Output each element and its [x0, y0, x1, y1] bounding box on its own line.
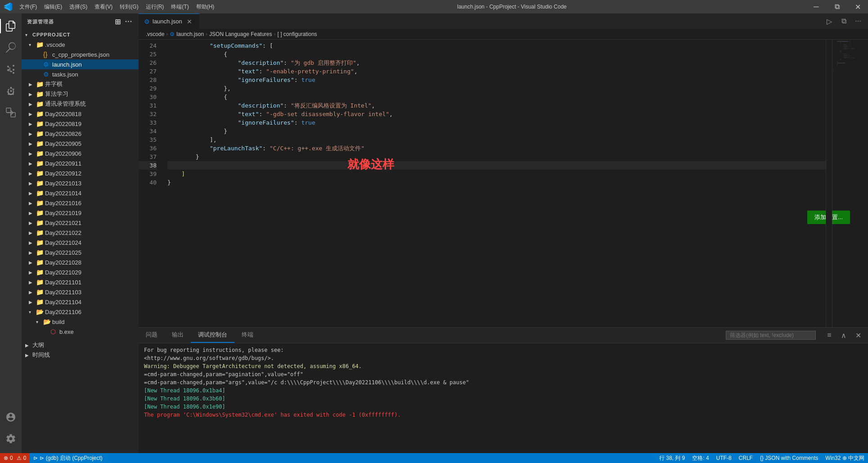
menu-edit[interactable]: 编辑(E)	[40, 0, 66, 13]
f-arrow: ▶	[29, 280, 36, 285]
editor-scrollbar[interactable]	[826, 40, 832, 327]
status-encoding[interactable]: UTF-8	[713, 453, 735, 463]
suanfa-folder[interactable]: ▶📁算法学习	[22, 89, 139, 99]
day20221025-folder[interactable]: ▶📁Day20221025	[22, 247, 139, 257]
folder-icon7: 📁	[36, 130, 43, 137]
tab-close-button[interactable]: ✕	[185, 17, 194, 26]
menu-help[interactable]: 帮助(H)	[193, 0, 218, 13]
menu-run[interactable]: 运行(R)	[142, 0, 168, 13]
menu-terminal[interactable]: 终端(T)	[167, 0, 192, 13]
extensions-icon[interactable]	[0, 102, 22, 123]
status-extra[interactable]: Win32 ⊕ 中文网	[822, 453, 868, 463]
new-file-icon[interactable]: ⊞	[113, 17, 122, 26]
day20221022-folder[interactable]: ▶📁Day20221022	[22, 228, 139, 238]
folder-icon23: 📁	[36, 288, 43, 296]
menu-view[interactable]: 查看(V)	[91, 0, 116, 13]
day20220906-folder[interactable]: ▶📁Day20220906	[22, 148, 139, 158]
editor-code-area[interactable]: 24 25 26 27 28 29 30 31 32 33 34 35 36 3…	[139, 40, 868, 327]
search-icon[interactable]	[0, 37, 22, 58]
more-actions-icon[interactable]: ···	[124, 17, 133, 26]
outline-section[interactable]: ▶ 大纲	[22, 340, 139, 350]
day20220905-folder[interactable]: ▶📁Day20220905	[22, 139, 139, 148]
status-debug-info[interactable]: ⊳ ⊳ (gdb) 启动 (CppProject)	[30, 453, 106, 463]
tab-launch-json[interactable]: ⚙ launch.json ✕	[139, 13, 200, 29]
day20220911-folder[interactable]: ▶📁Day20220911	[22, 158, 139, 168]
tab-debug-console[interactable]: 调试控制台	[191, 328, 234, 343]
status-line-ending[interactable]: CRLF	[735, 453, 756, 463]
day20221024-folder[interactable]: ▶📁Day20221024	[22, 238, 139, 247]
day20221014-folder[interactable]: ▶📁Day20221014	[22, 188, 139, 198]
status-language[interactable]: {} JSON with Comments	[756, 453, 822, 463]
terminal-line-9: The program 'C:\Windows\System32\cmd.exe…	[144, 411, 863, 419]
project-arrow: ▾	[25, 32, 32, 37]
day20221021-folder[interactable]: ▶📁Day20221021	[22, 218, 139, 228]
day20221013-folder[interactable]: ▶📁Day20221013	[22, 178, 139, 188]
project-root[interactable]: ▾ CPPPROJECT	[22, 30, 139, 40]
scm-icon[interactable]	[0, 58, 22, 80]
status-errors[interactable]: ⊗ 0 ⚠ 0	[0, 453, 30, 463]
f-arrow: ▶	[29, 230, 36, 235]
day20220818-folder[interactable]: ▶📁Day20220818	[22, 109, 139, 119]
build-folder-item[interactable]: ▾📂build	[22, 317, 139, 327]
status-line-col[interactable]: 行 38, 列 9	[656, 453, 688, 463]
tongxun-folder[interactable]: ▶📁通讯录管理系统	[22, 99, 139, 109]
code-editor[interactable]: "setupCommands": [ { "description": "为 g…	[160, 40, 832, 327]
f-arrow: ▾	[36, 319, 43, 324]
day20220912-folder[interactable]: ▶📁Day20220912	[22, 168, 139, 178]
vscode-folder[interactable]: ▾ 📁 .vscode	[22, 40, 139, 49]
f-arrow: ▶	[29, 92, 36, 97]
more-tab-actions[interactable]: ···	[852, 15, 864, 27]
status-spaces[interactable]: 空格: 4	[688, 453, 712, 463]
split-editor-button[interactable]: ⧉	[837, 15, 850, 27]
code-line-35: ],	[167, 135, 832, 144]
panel-close-icon[interactable]: ✕	[852, 329, 864, 342]
account-icon[interactable]	[0, 406, 22, 428]
f-arrow: ▶	[29, 161, 36, 166]
day20221103-folder[interactable]: ▶📁Day20221103	[22, 287, 139, 297]
menu-goto[interactable]: 转到(G)	[116, 0, 142, 13]
breadcrumb-configurations[interactable]: [ ] configurations	[278, 31, 317, 37]
folder-icon6: 📁	[36, 120, 43, 127]
panel-expand-icon[interactable]: ∧	[837, 329, 850, 342]
terminal-line-8: [New Thread 18096.0x1e90]	[144, 403, 863, 411]
settings-icon[interactable]	[0, 428, 22, 450]
code-line-38: 就像这样	[167, 161, 832, 170]
tab-output[interactable]: 输出	[165, 328, 191, 343]
breadcrumb-vscode[interactable]: .vscode	[146, 31, 164, 37]
breadcrumb-features[interactable]: JSON Language Features	[209, 31, 272, 37]
run-debug-icon[interactable]	[0, 80, 22, 102]
terminal-line-6: [New Thread 18096.0x1ba4]	[144, 387, 863, 395]
svg-rect-0	[6, 108, 11, 112]
day20221029-folder[interactable]: ▶📁Day20221029	[22, 267, 139, 277]
tasks-json-item[interactable]: ⚙ tasks.json	[22, 69, 139, 79]
panel-filter-input[interactable]	[726, 331, 816, 340]
tab-problems[interactable]: 问题	[139, 328, 165, 343]
minimize-button[interactable]: ─	[806, 0, 827, 13]
bingqi-folder[interactable]: ▶📁井字棋	[22, 79, 139, 89]
panel-list-icon[interactable]: ≡	[823, 329, 836, 342]
day20221101-folder[interactable]: ▶📁Day20221101	[22, 277, 139, 287]
day20220819-folder[interactable]: ▶📁Day20220819	[22, 119, 139, 129]
day20221028-folder[interactable]: ▶📁Day20221028	[22, 257, 139, 267]
menu-file[interactable]: 文件(F)	[16, 0, 40, 13]
panel-filter-area	[722, 331, 819, 340]
panel-content[interactable]: For bug reporting instructions, please s…	[139, 343, 868, 453]
launch-json-item[interactable]: ⚙ launch.json	[22, 59, 139, 69]
timeline-section[interactable]: ▶ 时间线	[22, 350, 139, 360]
explorer-icon[interactable]	[0, 15, 22, 37]
day20220826-folder[interactable]: ▶📁Day20220826	[22, 129, 139, 139]
b-exe-item[interactable]: ⬡b.exe	[22, 327, 139, 337]
breadcrumb-launch[interactable]: ⚙ launch.json	[170, 31, 204, 37]
day20221016-folder[interactable]: ▶📁Day20221016	[22, 198, 139, 208]
day20221106-folder[interactable]: ▾📂Day20221106	[22, 307, 139, 317]
day20221019-folder[interactable]: ▶📁Day20221019	[22, 208, 139, 218]
restore-button[interactable]: ⧉	[827, 0, 847, 13]
f-arrow: ▶	[29, 131, 36, 136]
run-button[interactable]: ▷	[823, 15, 836, 27]
menu-select[interactable]: 选择(S)	[66, 0, 91, 13]
c-cpp-properties-item[interactable]: {} c_cpp_properties.json	[22, 49, 139, 59]
day20221104-folder[interactable]: ▶📁Day20221104	[22, 297, 139, 307]
close-button[interactable]: ✕	[847, 0, 868, 13]
status-bar: ⊗ 0 ⚠ 0 ⊳ ⊳ (gdb) 启动 (CppProject) 行 38, …	[0, 453, 868, 463]
tab-terminal[interactable]: 终端	[234, 328, 261, 343]
